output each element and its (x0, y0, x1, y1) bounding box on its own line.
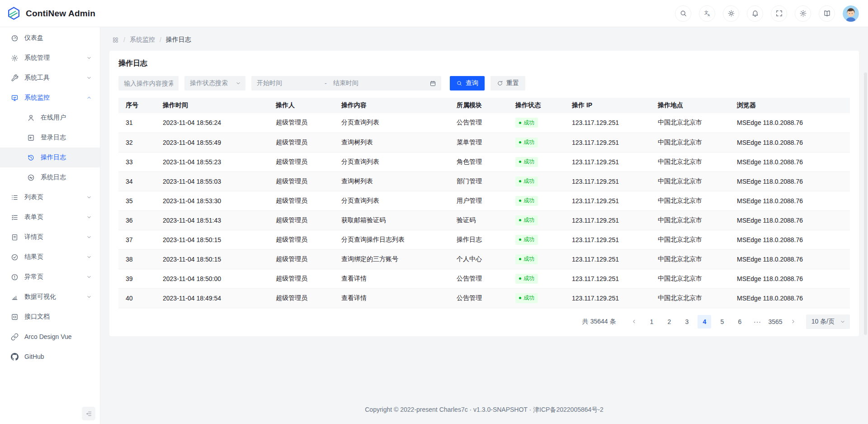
sidebar-item-arco-design-vue[interactable]: Arco Design Vue (0, 327, 100, 347)
cell-ip: 123.117.129.251 (565, 113, 651, 133)
cell-location: 中国北京北京市 (651, 249, 730, 269)
sidebar-item-label: 操作日志 (41, 153, 92, 162)
column-header[interactable]: 操作时间 (156, 98, 269, 113)
page-button-4[interactable]: 4 (698, 315, 711, 329)
column-header[interactable]: 操作地点 (651, 98, 730, 113)
table-row[interactable]: 34 2023-11-04 18:55:03 超级管理员 查询树列表 部门管理 … (118, 172, 850, 191)
page-button-3565[interactable]: 3565 (768, 315, 782, 329)
sidebar-item-dashboard[interactable]: 仪表盘 (0, 28, 100, 48)
cell-browser: MSEdge 118.0.2088.76 (730, 172, 850, 191)
page-button-1[interactable]: 1 (645, 315, 658, 329)
content-search-input[interactable] (118, 76, 179, 91)
app-logo[interactable]: ContiNew Admin (6, 6, 95, 21)
table-row[interactable]: 33 2023-11-04 18:55:23 超级管理员 分页查询列表 角色管理… (118, 152, 850, 172)
sidebar-item-label: 结果页 (24, 253, 86, 261)
translate-icon: 文A (703, 10, 711, 17)
search-button[interactable] (675, 5, 691, 22)
apps-grid-icon[interactable] (112, 37, 119, 43)
status-badge: 成功 (515, 235, 538, 245)
sidebar-item-data-viz[interactable]: 数据可视化 (0, 287, 100, 307)
sidebar-item-operation-log[interactable]: 操作日志 (0, 148, 100, 167)
sidebar-item-system-manage[interactable]: 系统管理 (0, 48, 100, 68)
table-row[interactable]: 37 2023-11-04 18:50:15 超级管理员 分页查询操作日志列表 … (118, 230, 850, 249)
table-row[interactable]: 32 2023-11-04 18:55:49 超级管理员 查询树列表 菜单管理 … (118, 133, 850, 152)
column-header[interactable]: 序号 (118, 98, 156, 113)
checklist-icon (11, 214, 19, 221)
column-header[interactable]: 操作 IP (565, 98, 651, 113)
cell-module: 部门管理 (449, 172, 508, 191)
cell-location: 中国北京北京市 (651, 133, 730, 152)
sidebar-item-result-page[interactable]: 结果页 (0, 247, 100, 267)
chevron-down-icon (86, 195, 92, 200)
chevron-down-icon (236, 81, 241, 86)
table-row[interactable]: 38 2023-11-04 18:50:15 超级管理员 查询绑定的三方账号 个… (118, 249, 850, 269)
page-button-3[interactable]: 3 (680, 315, 693, 329)
page-button-2[interactable]: 2 (662, 315, 676, 329)
sidebar-item-form-page[interactable]: 表单页 (0, 207, 100, 227)
cell-operator: 超级管理员 (269, 113, 334, 133)
status-dot-icon (519, 180, 521, 182)
cell-status: 成功 (508, 113, 565, 133)
sidebar-item-exception-page[interactable]: 异常页 (0, 267, 100, 287)
next-page-button[interactable] (787, 315, 800, 329)
status-badge: 成功 (515, 215, 538, 225)
status-select[interactable]: 操作状态搜索 (184, 76, 245, 91)
column-header[interactable]: 操作人 (269, 98, 334, 113)
translate-button[interactable]: 文A (699, 5, 715, 22)
cell-status: 成功 (508, 230, 565, 249)
calendar-icon (429, 80, 436, 87)
table-row[interactable]: 35 2023-11-04 18:53:30 超级管理员 分页查询列表 用户管理… (118, 191, 850, 210)
search-button[interactable]: 查询 (450, 76, 485, 91)
sidebar-collapse-button[interactable] (82, 407, 95, 420)
cell-browser: MSEdge 118.0.2088.76 (730, 152, 850, 172)
table-row[interactable]: 31 2023-11-04 18:56:24 超级管理员 分页查询列表 公告管理… (118, 113, 850, 133)
sidebar-item-system-tools[interactable]: 系统工具 (0, 68, 100, 88)
status-badge: 成功 (515, 118, 538, 128)
cell-operator: 超级管理员 (269, 191, 334, 210)
cell-time: 2023-11-04 18:56:24 (156, 113, 269, 133)
page-button-5[interactable]: 5 (715, 315, 729, 329)
table-row[interactable]: 36 2023-11-04 18:51:43 超级管理员 获取邮箱验证码 验证码… (118, 210, 850, 230)
cell-location: 中国北京北京市 (651, 191, 730, 210)
prev-page-button[interactable] (627, 315, 641, 329)
cell-content: 分页查询列表 (334, 113, 449, 133)
sidebar-item-system-log[interactable]: 系统日志 (0, 167, 100, 187)
cell-status: 成功 (508, 172, 565, 191)
settings-button[interactable] (795, 5, 811, 22)
breadcrumb-item-operation-log: 操作日志 (166, 36, 191, 44)
column-header[interactable]: 操作状态 (508, 98, 565, 113)
sidebar-item-api-docs[interactable]: 接口文档 (0, 307, 100, 327)
sidebar-item-online-users[interactable]: 在线用户 (0, 108, 100, 128)
table-row[interactable]: 40 2023-11-04 18:49:54 超级管理员 查看详情 公告管理 成… (118, 288, 850, 308)
sidebar-item-label: 登录日志 (41, 133, 92, 142)
page-button-6[interactable]: 6 (733, 315, 746, 329)
monitor-icon (11, 94, 19, 102)
fullscreen-button[interactable] (771, 5, 787, 22)
user-avatar[interactable] (843, 5, 859, 22)
docs-button[interactable] (819, 5, 835, 22)
breadcrumb-item-monitor[interactable]: 系统监控 (130, 36, 155, 44)
date-range-picker[interactable]: 开始时间 - 结束时间 (251, 76, 441, 91)
status-badge: 成功 (515, 293, 538, 303)
notifications-button[interactable] (747, 5, 763, 22)
theme-toggle-button[interactable] (723, 5, 739, 22)
sidebar-item-label: 详情页 (24, 233, 86, 241)
column-header[interactable]: 所属模块 (449, 98, 508, 113)
page-size-select[interactable]: 10 条/页 (806, 314, 850, 329)
column-header[interactable]: 操作内容 (334, 98, 449, 113)
status-badge: 成功 (515, 157, 538, 167)
sidebar-menu: 仪表盘 系统管理 系统工具 系统监控 在线用户 登录日志 操作日志 系统日志 列… (0, 28, 100, 367)
sidebar-item-list-page[interactable]: 列表页 (0, 187, 100, 207)
reset-button[interactable]: 重置 (491, 76, 525, 91)
cell-location: 中国北京北京市 (651, 210, 730, 230)
table-row[interactable]: 39 2023-11-04 18:50:00 超级管理员 查看详情 公告管理 成… (118, 269, 850, 288)
chevron-down-icon (86, 55, 92, 61)
sidebar-item-github[interactable]: GitHub (0, 347, 100, 367)
sidebar-item-login-log[interactable]: 登录日志 (0, 128, 100, 148)
refresh-icon (497, 80, 503, 86)
sidebar-item-system-monitor[interactable]: 系统监控 (0, 88, 100, 108)
column-header[interactable]: 浏览器 (730, 98, 850, 113)
page-scrollbar[interactable] (864, 72, 867, 335)
bar-chart-icon (11, 293, 19, 301)
sidebar-item-detail-page[interactable]: 详情页 (0, 227, 100, 247)
